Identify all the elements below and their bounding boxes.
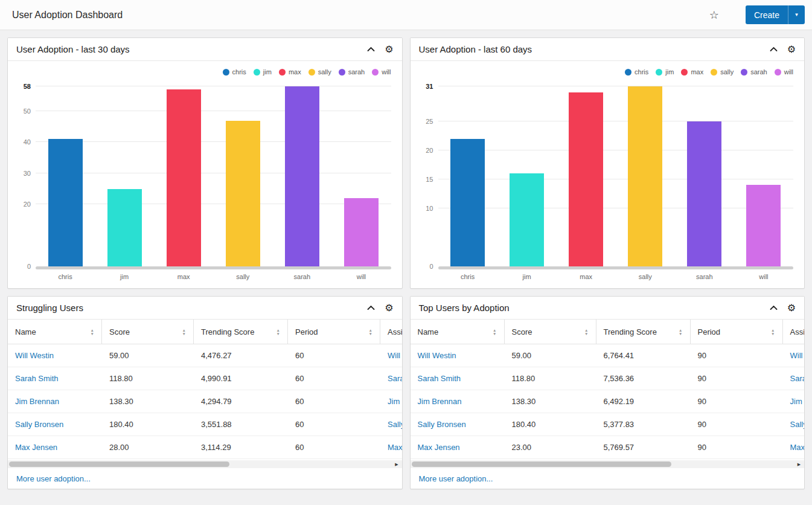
name-link[interactable]: Sarah Smith [8, 367, 102, 390]
y-axis-tick: 40 [24, 139, 31, 146]
legend-swatch-icon [372, 69, 379, 76]
column-header-label: Trending Score [201, 327, 254, 336]
assigned-user-link[interactable]: Sarah Smith [380, 367, 402, 390]
create-button[interactable]: Create [746, 5, 788, 24]
collapse-chevron-up-icon[interactable] [367, 47, 375, 52]
collapse-chevron-up-icon[interactable] [770, 47, 778, 52]
bar-sally[interactable] [628, 86, 662, 266]
table-row: Will Westin59.006,764.4190Will Westin [411, 344, 805, 367]
page-title: User Adoption Dashboard [12, 10, 123, 21]
scrollbar-thumb[interactable] [9, 462, 229, 467]
legend-item-chris[interactable]: chris [625, 68, 648, 76]
legend-label: max [691, 68, 703, 76]
bar-sally[interactable] [226, 121, 260, 266]
bar-chris[interactable] [450, 139, 485, 266]
gear-icon[interactable]: ⚙ [385, 45, 393, 54]
table-cell: 60 [288, 390, 380, 413]
panel-header: User Adoption - last 30 days ⚙ [8, 38, 402, 61]
x-axis-label: will [734, 273, 793, 282]
sort-icon: ▲▼ [493, 329, 496, 335]
name-link[interactable]: Jim Brennan [411, 390, 505, 413]
legend-item-max[interactable]: max [681, 68, 703, 76]
collapse-chevron-up-icon[interactable] [770, 305, 778, 310]
legend-item-chris[interactable]: chris [223, 68, 246, 76]
assigned-user-link[interactable]: Sally Bronsen [783, 413, 805, 436]
legend-item-will[interactable]: will [775, 68, 793, 76]
legend-item-jim[interactable]: jim [254, 68, 272, 76]
name-link[interactable]: Sally Bronsen [411, 413, 505, 436]
x-axis-label: sarah [272, 273, 331, 282]
legend-item-jim[interactable]: jim [656, 68, 674, 76]
scrollbar-thumb[interactable] [412, 462, 672, 467]
bar-slot [154, 86, 213, 266]
column-header-score[interactable]: Score▲▼ [505, 320, 596, 344]
assigned-user-link[interactable]: Max Jensen [783, 436, 805, 458]
top-users-table: Name▲▼Score▲▼Trending Score▲▼Period▲▼Ass… [411, 320, 805, 459]
bar-sarah[interactable] [285, 86, 319, 266]
assigned-user-link[interactable]: Max Jensen [380, 436, 402, 458]
assigned-user-link[interactable]: Sarah Smith [783, 367, 805, 390]
collapse-chevron-up-icon[interactable] [367, 305, 375, 310]
name-link[interactable]: Max Jensen [411, 436, 505, 458]
table-row: Jim Brennan138.306,492.1990Jim Brennan [411, 390, 805, 413]
legend-item-sarah[interactable]: sarah [741, 68, 767, 76]
name-link[interactable]: Max Jensen [8, 436, 102, 458]
column-header-assigned-user[interactable]: Assigned User▲▼ [783, 320, 805, 344]
legend-item-sarah[interactable]: sarah [339, 68, 365, 76]
bar-jim[interactable] [107, 189, 142, 266]
name-link[interactable]: Will Westin [411, 344, 505, 367]
legend-swatch-icon [339, 69, 345, 76]
assigned-user-link[interactable]: Jim Brennan [380, 390, 402, 413]
gear-icon[interactable]: ⚙ [787, 303, 796, 313]
bars [438, 86, 794, 266]
table-cell: 60 [288, 413, 380, 436]
more-user-adoption-link[interactable]: More user adoption... [419, 474, 493, 483]
name-link[interactable]: Jim Brennan [8, 390, 102, 413]
bar-chris[interactable] [48, 139, 83, 266]
gear-icon[interactable]: ⚙ [787, 45, 796, 54]
name-link[interactable]: Sally Bronsen [8, 413, 102, 436]
panel-title: Struggling Users [16, 303, 83, 313]
assigned-user-link[interactable]: Jim Brennan [783, 390, 805, 413]
legend-item-will[interactable]: will [372, 68, 391, 76]
name-link[interactable]: Will Westin [8, 344, 102, 367]
legend-item-sally[interactable]: sally [711, 68, 734, 76]
bar-max[interactable] [569, 92, 603, 266]
favorite-star-icon[interactable]: ☆ [709, 10, 719, 21]
horizontal-scrollbar[interactable]: ▶ [8, 460, 402, 468]
horizontal-scrollbar[interactable]: ▶ [411, 460, 805, 468]
bar-jim[interactable] [510, 173, 544, 266]
scrollbar-right-arrow-icon[interactable]: ▶ [392, 460, 401, 468]
column-header-trending-score[interactable]: Trending Score▲▼ [194, 320, 288, 344]
column-header-trending-score[interactable]: Trending Score▲▼ [596, 320, 691, 344]
column-header-period[interactable]: Period▲▼ [288, 320, 380, 344]
assigned-user-link[interactable]: Sally Bronsen [380, 413, 402, 436]
bar-chart-30-days: chrisjimmaxsallysarahwill 02030405058 ch… [8, 61, 402, 288]
y-axis-tick: 58 [24, 83, 31, 90]
column-header-name[interactable]: Name▲▼ [8, 320, 102, 344]
table-body: Will Westin59.004,476.2760Will WestinSar… [8, 344, 402, 459]
table-cell: 118.80 [102, 367, 194, 390]
bar-will[interactable] [746, 185, 781, 266]
legend-label: jim [263, 68, 272, 76]
create-dropdown-caret-icon[interactable]: ▼ [788, 5, 805, 24]
assigned-user-link[interactable]: Will Westin [380, 344, 402, 367]
column-header-period[interactable]: Period▲▼ [691, 320, 783, 344]
assigned-user-link[interactable]: Will Westin [783, 344, 805, 367]
bar-slot [557, 86, 616, 266]
name-link[interactable]: Sarah Smith [411, 367, 505, 390]
column-header-score[interactable]: Score▲▼ [102, 320, 194, 344]
x-axis-label: sally [616, 273, 675, 282]
column-header-name[interactable]: Name▲▼ [411, 320, 505, 344]
legend-item-sally[interactable]: sally [308, 68, 331, 76]
column-header-assigned-user[interactable]: Assigned User▲▼ [380, 320, 402, 344]
legend-item-max[interactable]: max [279, 68, 301, 76]
bar-max[interactable] [167, 89, 201, 266]
scrollbar-right-arrow-icon[interactable]: ▶ [794, 460, 804, 468]
more-user-adoption-link[interactable]: More user adoption... [16, 474, 91, 483]
column-header-label: Assigned User [790, 327, 805, 336]
gear-icon[interactable]: ⚙ [385, 303, 393, 313]
bar-will[interactable] [344, 198, 379, 266]
bar-sarah[interactable] [687, 121, 721, 266]
sort-icon: ▲▼ [369, 329, 372, 335]
